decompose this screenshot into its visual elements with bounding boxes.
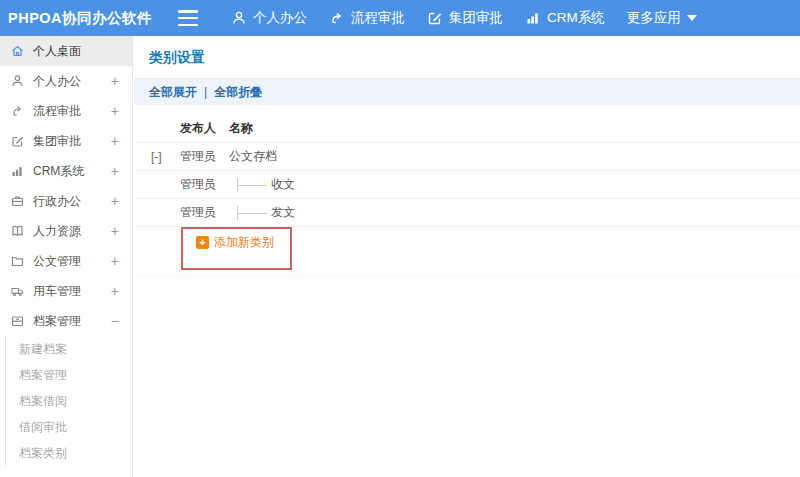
table-header-row: 发布人 名称 [134,115,800,143]
folder-icon [10,254,26,268]
category-name[interactable]: 公文存档 [229,148,277,165]
cell-publisher: 管理员 [180,148,229,165]
sidebar-item-label: 档案管理 [33,313,111,330]
expand-all-link[interactable]: 全部展开 [149,84,197,101]
sidebar-item-document-management[interactable]: 公文管理 + [0,246,132,276]
expand-plus-icon[interactable]: + [111,194,119,208]
menu-toggle-icon[interactable] [178,10,198,26]
nav-label: 集团审批 [449,9,503,27]
flow-icon [329,10,345,26]
add-category-row: + 添加新类别 [134,227,800,277]
sidebar-item-label: CRM系统 [33,163,111,180]
briefcase-icon [10,194,26,208]
expand-plus-icon[interactable]: + [111,164,119,178]
sidebar: 个人桌面 个人办公 + 流程审批 + 集团审批 + CRM系统 + 行政办公 +… [0,36,133,477]
submenu-item-new-archive[interactable]: 新建档案 [6,336,132,362]
toolbar-separator: | [204,85,207,99]
sidebar-item-process-approval[interactable]: 流程审批 + [0,96,132,126]
sidebar-item-label: 公文管理 [33,253,111,270]
sidebar-item-label: 流程审批 [33,103,111,120]
sidebar-item-personal-desktop[interactable]: 个人桌面 [0,36,132,66]
nav-more-apps[interactable]: 更多应用 [627,9,697,27]
home-icon [10,44,26,58]
nav-group-approval[interactable]: 集团审批 [427,9,503,27]
expand-plus-icon[interactable]: + [111,74,119,88]
plus-icon: + [196,236,209,249]
expand-plus-icon[interactable]: + [111,284,119,298]
archive-submenu: 新建档案 档案管理 档案借阅 借阅审批 档案类别 [5,336,132,466]
cell-publisher: 管理员 [180,176,229,193]
header-name: 名称 [229,120,800,137]
sidebar-item-human-resources[interactable]: 人力资源 + [0,216,132,246]
table-row: 管理员 收文 [134,171,800,199]
nav-label: 更多应用 [627,9,681,27]
app-logo: PHPOA协同办公软件 [0,9,178,28]
add-category-button[interactable]: + 添加新类别 [196,234,274,251]
table-row: [-] 管理员 公文存档 [134,143,800,171]
archive-icon [10,314,26,328]
flow-icon [10,104,26,118]
cell-publisher: 管理员 [180,204,229,221]
submenu-item-archive-management[interactable]: 档案管理 [6,362,132,388]
topbar: PHPOA协同办公软件 个人办公 流程审批 集团审批 CRM系统 更多应用 [0,0,800,36]
person-icon [231,10,247,26]
sidebar-item-admin-office[interactable]: 行政办公 + [0,186,132,216]
sidebar-item-label: 用车管理 [33,283,111,300]
page-title: 类别设置 [134,36,800,78]
sidebar-item-label: 个人桌面 [33,43,119,60]
edit-icon [10,134,26,148]
tree-branch-line [237,206,267,220]
sidebar-item-label: 人力资源 [33,223,111,240]
sidebar-item-personal-office[interactable]: 个人办公 + [0,66,132,96]
sidebar-item-label: 集团审批 [33,133,111,150]
cell-name: 发文 [229,204,800,221]
expand-plus-icon[interactable]: + [111,104,119,118]
nav-crm-system[interactable]: CRM系统 [525,9,605,27]
chart-icon [525,10,541,26]
sidebar-item-crm-system[interactable]: CRM系统 + [0,156,132,186]
sidebar-item-label: 行政办公 [33,193,111,210]
caret-down-icon [687,15,697,21]
submenu-item-borrow-approval[interactable]: 借阅审批 [6,414,132,440]
category-table: 发布人 名称 [-] 管理员 公文存档 管理员 收文 管理员 发文 [134,115,800,277]
sidebar-item-vehicle-management[interactable]: 用车管理 + [0,276,132,306]
collapse-toggle[interactable]: [-] [134,150,180,164]
category-name[interactable]: 发文 [271,204,295,221]
submenu-item-archive-borrow[interactable]: 档案借阅 [6,388,132,414]
nav-personal-office[interactable]: 个人办公 [231,9,307,27]
submenu-item-archive-category[interactable]: 档案类别 [6,440,132,466]
category-name[interactable]: 收文 [271,176,295,193]
tree-toolbar: 全部展开 | 全部折叠 [134,78,800,105]
cell-name: 公文存档 [229,148,800,165]
expand-plus-icon[interactable]: + [111,134,119,148]
tree-branch-line [237,178,267,192]
header-publisher: 发布人 [180,120,229,137]
sidebar-item-archive-management[interactable]: 档案管理 − [0,306,132,336]
expand-plus-icon[interactable]: + [111,224,119,238]
nav-label: CRM系统 [547,9,605,27]
table-row: 管理员 发文 [134,199,800,227]
sidebar-item-label: 个人办公 [33,73,111,90]
expand-plus-icon[interactable]: + [111,254,119,268]
cell-name: 收文 [229,176,800,193]
book-icon [10,224,26,238]
chart-icon [10,164,26,178]
sidebar-item-group-approval[interactable]: 集团审批 + [0,126,132,156]
add-category-label: 添加新类别 [214,234,274,251]
truck-icon [10,284,26,298]
nav-process-approval[interactable]: 流程审批 [329,9,405,27]
collapse-minus-icon[interactable]: − [111,314,119,328]
nav-label: 流程审批 [351,9,405,27]
collapse-all-link[interactable]: 全部折叠 [214,84,262,101]
person-icon [10,74,26,88]
nav-label: 个人办公 [253,9,307,27]
edit-icon [427,10,443,26]
main-content: 类别设置 全部展开 | 全部折叠 发布人 名称 [-] 管理员 公文存档 管理员… [134,36,800,477]
